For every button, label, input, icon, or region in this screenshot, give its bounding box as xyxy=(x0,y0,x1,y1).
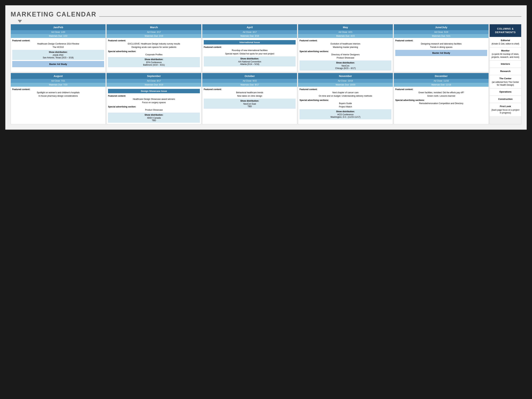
ad-close-jan_feb: Ad Close: 1/20 xyxy=(11,30,106,34)
show-dist-item: NeoCon xyxy=(301,64,390,67)
featured-item: Green facilities, revisited: Did the eff… xyxy=(395,91,487,94)
featured-label-march: Featured content: xyxy=(108,39,200,42)
title-line xyxy=(99,16,521,17)
show-dist-box-april: Show distribution:AIA National Conventio… xyxy=(204,56,296,66)
sidebar-item-label-5: Operations xyxy=(491,90,520,94)
month-header-december: December xyxy=(394,73,488,79)
sidebar-item-label-4: The Center xyxy=(491,77,520,80)
sidebar-item-label-3: Research xyxy=(491,70,520,73)
featured-item: Evolution of healthcare interiors xyxy=(299,42,391,45)
featured-item: Trends in dining spaces xyxy=(395,46,487,49)
month-body-jan_feb: Featured content:Healthcare Design Confe… xyxy=(11,38,106,72)
special-item: Product Showcase xyxy=(108,108,200,112)
featured-item: Special report: Global hot spots for you… xyxy=(204,52,296,55)
materials-due-november: Materials Due: 10/20 xyxy=(298,83,393,87)
month-body-march: Featured content:EXCLUSIVE: Healthcare D… xyxy=(107,38,201,72)
month-col-june_july: June/JulyAd Close: 5/19Materials Due: 5/… xyxy=(394,24,489,72)
sidebar-item-sub-4: (an editorial from The Center for Health… xyxy=(492,81,519,86)
special-label-december: Special advertising sections: xyxy=(395,99,487,101)
special-item: Remodel/renovation Competition and Direc… xyxy=(395,102,487,105)
special-label-march: Special advertising section: xyxy=(108,50,200,53)
featured-label-october: Featured content: xyxy=(204,88,296,91)
month-body-september: Design Showcase IssueFeatured content:He… xyxy=(107,87,201,124)
ad-close-november: Ad Close: 10/16 xyxy=(298,79,393,83)
show-dist-item: Washington, D.C. (11/15-11/17) xyxy=(301,116,390,118)
show-dist-box-september: Show distribution:IIDEX CanadaTBD xyxy=(108,113,200,123)
special-label-november: Special advertising sections: xyxy=(299,99,391,101)
featured-item: The HCD10 xyxy=(12,46,104,49)
baxter-ad-study: Baxter Ad Study xyxy=(12,61,104,67)
featured-item: Roundup of new international facilities xyxy=(204,49,296,52)
month-header-september: September xyxy=(107,73,201,79)
sidebar-item-sub-0: (Kristin D Zeit, editor-in-chief) xyxy=(492,43,519,45)
sidebar-item-5: Operations xyxy=(490,88,521,95)
featured-item: Healthcare Design Showcase award winners xyxy=(108,98,200,101)
month-body-august: Featured content:Spotlight on women's an… xyxy=(11,87,106,124)
ad-close-september: Ad Close: 8/17 xyxy=(107,79,201,83)
month-col-september: SeptemberAd Close: 8/17Materials Due: 8/… xyxy=(106,73,202,124)
month-body-april: International IssueFeatured content:Roun… xyxy=(202,38,297,72)
month-col-november: NovemberAd Close: 10/16Materials Due: 10… xyxy=(298,73,393,124)
featured-item: In-house pharmacy design considerations xyxy=(12,95,104,98)
featured-item: Designing research and laboratory facili… xyxy=(395,42,487,45)
materials-due-august: Materials Due: 7/23 xyxy=(11,83,106,87)
show-dist-box-march: Show distribution:EFA ConferenceBaltimor… xyxy=(108,57,200,67)
materials-due-june_july: Materials Due: 5/21 xyxy=(394,34,488,38)
show-dist-box-november: Show distribution:HCD ConferenceWashingt… xyxy=(299,109,391,119)
show-dist-item: NeoCon East xyxy=(205,103,295,105)
featured-item: Focus on surgery spaces xyxy=(108,101,200,104)
special-item: Product Showcase xyxy=(299,56,391,59)
materials-due-jan_feb: Materials Due: 1/22 xyxy=(11,34,106,38)
sidebar-item-label-7: First Look xyxy=(491,105,520,108)
sidebar-item-label-1: Monitor xyxy=(491,49,520,52)
show-dist-label: Show distribution: xyxy=(13,51,103,53)
ad-close-december: Ad Close: 11/16 xyxy=(394,79,488,83)
featured-item: Healthcare Design Conference 2014 Review xyxy=(12,42,104,45)
featured-label-april: Featured content: xyxy=(204,46,296,48)
featured-item: Next chapter of cancer care xyxy=(299,91,391,94)
top-row: Jan/FebAd Close: 1/20Materials Due: 1/22… xyxy=(11,24,489,72)
show-dist-item: EFA Conference xyxy=(109,61,199,64)
sidebar-header: COLUMNS & DEPARTMENTS xyxy=(490,24,521,37)
featured-label-jan_feb: Featured content: xyxy=(12,39,104,42)
sidebar-item-label-2: Interiors xyxy=(491,63,520,66)
ad-close-october: Ad Close: 9/15 xyxy=(202,79,297,83)
page-title: MARKETING CALENDAR xyxy=(11,11,96,18)
month-body-november: Featured content:Next chapter of cancer … xyxy=(298,87,393,124)
sidebar-item-4: The Center(an editorial from The Center … xyxy=(490,75,521,88)
featured-label-september: Featured content: xyxy=(108,95,200,97)
month-col-august: AugustAd Close: 7/21Materials Due: 7/23F… xyxy=(11,73,106,124)
show-dist-label: Show distribution: xyxy=(109,58,199,61)
featured-item: Designing acute care spaces for senior p… xyxy=(108,46,200,49)
featured-item: EXCLUSIVE: Healthcare Design industry su… xyxy=(108,42,200,45)
special-label-may: Special advertising sections: xyxy=(299,50,391,53)
month-body-december: Featured content:Green facilities, revis… xyxy=(394,87,488,124)
month-col-december: DecemberAd Close: 11/16Materials Due: 11… xyxy=(394,73,489,124)
show-dist-label: Show distribution: xyxy=(301,110,390,113)
featured-label-november: Featured content: xyxy=(299,88,391,91)
featured-label-december: Featured content: xyxy=(395,88,487,91)
month-body-october: Featured content:Behavioral healthcare t… xyxy=(202,87,297,124)
special-item: Project Watch xyxy=(299,105,391,108)
sidebar-item-label-0: Editorial xyxy=(491,39,520,42)
month-col-march: MarchAd Close: 2/17Materials Due: 2/19Fe… xyxy=(106,24,202,72)
materials-due-march: Materials Due: 2/19 xyxy=(107,34,201,38)
show-dist-item: AIA National Convention xyxy=(205,60,295,63)
month-col-may: MayAd Close: 4/21Materials Due: 4/23Feat… xyxy=(298,24,393,72)
month-header-may: May xyxy=(298,24,393,30)
ad-close-june_july: Ad Close: 5/19 xyxy=(394,30,488,34)
materials-due-december: Materials Due: 11/18 xyxy=(394,83,488,87)
title-area: MARKETING CALENDAR xyxy=(11,11,521,18)
sidebar-item-sub-1: (a quick-hit roundup of news, projects, … xyxy=(492,53,519,58)
show-dist-box-jan_feb: Show distribution:ASHE-PDCSan Antonio, T… xyxy=(12,50,104,60)
page-background: MARKETING CALENDAR Jan/FebAd Close: 1/20… xyxy=(5,5,527,130)
sidebar-item-label-6: Construction xyxy=(491,98,520,101)
featured-item: On time and on budget: Understanding del… xyxy=(299,95,391,98)
ad-close-april: Ad Close: 3/17 xyxy=(202,30,297,34)
special-item: Corporate Profiles xyxy=(108,53,200,56)
ad-close-may: Ad Close: 4/21 xyxy=(298,30,393,34)
show-dist-item: TBD xyxy=(109,119,199,122)
baxter-ad-study: Baxter Ad Study xyxy=(395,50,487,56)
calendar-main: Jan/FebAd Close: 1/20Materials Due: 1/22… xyxy=(11,24,489,124)
month-header-june_july: June/July xyxy=(394,24,488,30)
